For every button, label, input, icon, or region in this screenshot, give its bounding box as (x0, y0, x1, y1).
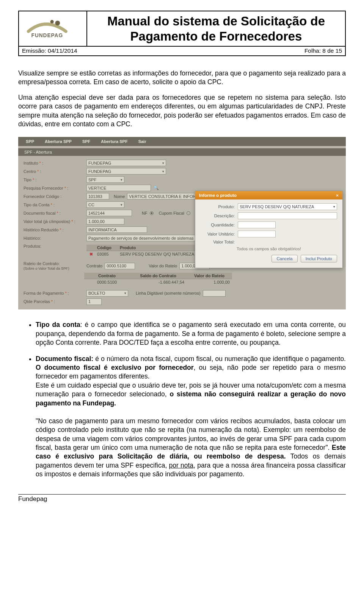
label-linha-digitavel: Linha Digitável (somente números) (136, 291, 201, 295)
label-valor-rateio-inline: Valor do Rateio (149, 264, 177, 268)
label-pesq-fornecedor: Pesquisa Fornecedor (24, 186, 63, 190)
label-cupom: Cupom Fiscal (159, 211, 184, 215)
input-valor-total[interactable]: 1.000,00 (86, 218, 124, 225)
input-qtde-parcelas[interactable]: 1 (86, 298, 102, 305)
label-contrato-inline: Contrato (86, 264, 102, 268)
label-tipo: Tipo (24, 177, 31, 182)
label-nf: NF (142, 211, 147, 215)
label-produtos: Produtos: (24, 244, 41, 248)
tab-abertura-spf[interactable]: Abertura SPF (101, 139, 127, 144)
tab-spf[interactable]: SPF (82, 139, 90, 144)
document-header: FUNDEPAG Manual do sistema de Solicitaçã… (18, 11, 346, 56)
emissao: Emissão: 04/11/2014 (22, 47, 77, 54)
prod-nome: SERV PESQ DESENV Q/Q NATUREZA (118, 251, 196, 258)
select-instituto[interactable]: FUNDEPAG (86, 160, 166, 166)
intro-paragraph-2: Uma atenção especial deve ser dada para … (18, 93, 346, 128)
label-forma-pagamento: Forma de Pagamento (24, 291, 64, 295)
modal-label-valor-total: Valor Total: (201, 240, 235, 244)
app-screenshot: SPP Abertura SPP SPF Abertura SPF Sair S… (18, 137, 346, 310)
svg-point-1 (55, 21, 60, 26)
footer-text: Fundepag (18, 495, 346, 503)
bullet-documento-fiscal: Documento fiscal: é o número da nota fis… (36, 354, 346, 479)
label-qtde-parcelas: Qtde Parcelas (24, 299, 50, 304)
label-doc-fiscal: Documento fiscal (24, 211, 55, 215)
input-fornecedor-codigo: 101383 (86, 193, 109, 199)
label-fornecedor-codigo: Fornecedor Código (24, 194, 59, 199)
tab-sair[interactable]: Sair (138, 139, 146, 144)
app-tabs: SPP Abertura SPP SPF Abertura SPF Sair (18, 137, 346, 146)
label-rateio-sub: (Sobre o Valor Total da SPF) (24, 266, 69, 270)
modal-label-valor-unitario: Valor Unitário: (201, 232, 235, 236)
logo-cell: FUNDEPAG (19, 11, 87, 46)
modal-input-valor-unitario[interactable] (238, 231, 276, 237)
label-historico: Histórico: (24, 236, 41, 240)
input-hist-reduzido[interactable]: INFORMATICA (86, 226, 147, 233)
logo-text: FUNDEPAG (31, 33, 63, 39)
input-doc-fiscal[interactable]: 1452144 (86, 210, 132, 216)
tab-abertura-spp[interactable]: Abertura SPP (45, 139, 72, 144)
label-rateio: Rateio de Contrato: (24, 261, 60, 266)
tab-spp[interactable]: SPP (26, 139, 34, 144)
input-contrato[interactable]: 0000.5100 (105, 263, 135, 269)
label-instituto: Instituto (24, 161, 38, 165)
cancel-button[interactable]: Cancela (271, 255, 297, 262)
svg-point-0 (50, 20, 54, 24)
prod-codigo: 03085 (96, 251, 118, 258)
select-forma-pagamento[interactable]: BOLETO (86, 290, 128, 297)
rateio-table: Contrato Saldo do Contrato Valor do Rate… (84, 273, 243, 285)
radio-cupom[interactable] (187, 211, 190, 215)
intro-paragraph-1: Visualize sempre se estão corretas as in… (18, 69, 346, 86)
modal-label-descricao: Descrição: (201, 214, 235, 218)
close-icon[interactable]: × (336, 193, 339, 198)
label-valor-total: Valor total (já c/impostos) (24, 219, 70, 224)
panel-title: SPF - Abertura (18, 148, 346, 156)
select-tipo[interactable]: SPF (86, 176, 124, 183)
modal-title: Informe o produto (199, 193, 237, 198)
modal-informe-produto: Informe o produto × Produto: SERV PESQ D… (195, 191, 343, 268)
search-icon[interactable]: 🔍 (153, 185, 159, 191)
radio-nf[interactable] (150, 211, 154, 215)
modal-select-produto[interactable]: SERV PESQ DESENV Q/Q NATUREZA (238, 203, 337, 210)
modal-input-quantidade[interactable] (238, 221, 276, 228)
document-title: Manual do sistema de Solicitação de Paga… (87, 11, 345, 46)
label-tipo-conta: Tipo da Conta (24, 203, 50, 207)
select-centro[interactable]: FUNDEPAG (86, 168, 166, 174)
modal-label-produto: Produto: (201, 204, 235, 209)
fundepag-logo: FUNDEPAG (24, 18, 81, 39)
explanation-list: Tipo da conta: é o campo que identifica … (18, 320, 346, 479)
input-pesq-fornecedor[interactable]: VERTICE (86, 185, 151, 191)
inclui-produto-button[interactable]: Inclui Produto (301, 255, 337, 262)
folha: Folha: 8 de 15 (304, 47, 342, 54)
input-historico[interactable]: Pagamento de serviços de desenvolvimento… (86, 235, 200, 241)
modal-label-quantidade: Quantidade: (201, 223, 235, 227)
label-nome: Nome (114, 194, 125, 199)
bullet-tipo-conta: Tipo da conta: é o campo que identifica … (36, 320, 346, 347)
label-centro: Centro (24, 169, 36, 174)
modal-input-descricao[interactable] (238, 212, 337, 219)
delete-product-icon[interactable]: ✖ (86, 251, 96, 258)
input-linha-digitavel[interactable] (203, 290, 226, 297)
modal-note: Todos os campos são obrigatórios! (201, 247, 337, 251)
select-tipo-conta[interactable]: CC (86, 201, 124, 208)
label-hist-reduzido: Histórico Reduzido (24, 228, 58, 232)
